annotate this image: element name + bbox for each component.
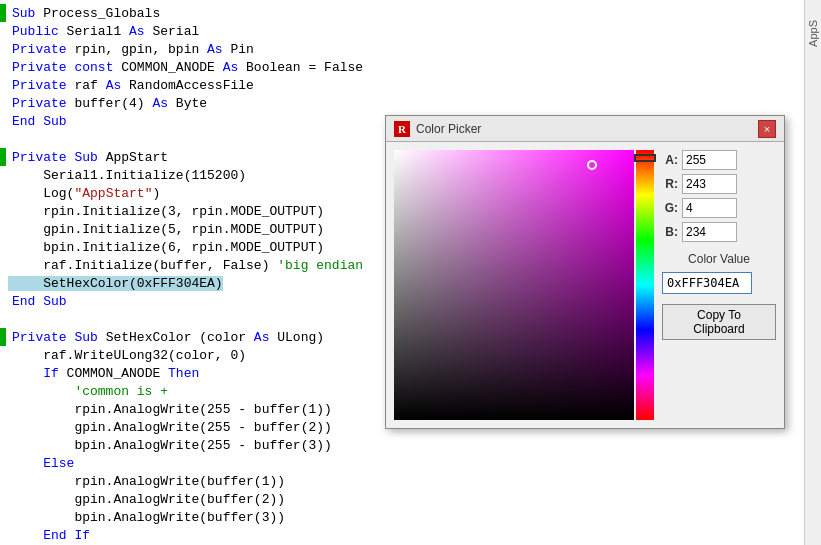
line-code[interactable]: Private rpin, gpin, bpin As Pin (8, 42, 254, 57)
b-row: B: (662, 222, 776, 242)
line-indicator (0, 220, 6, 238)
dialog-title: Color Picker (416, 122, 481, 136)
line-code[interactable]: Private buffer(4) As Byte (8, 96, 207, 111)
right-panel: AppS (804, 0, 821, 545)
r-label: R: (662, 177, 678, 191)
code-line: rpin.AnalogWrite(buffer(1)) (0, 472, 760, 490)
dialog-titlebar: R Color Picker × (386, 116, 784, 142)
g-label: G: (662, 201, 678, 215)
gradient-cursor (587, 160, 597, 170)
line-indicator (0, 112, 6, 130)
line-indicator (0, 40, 6, 58)
code-line: bpin.AnalogWrite(255 - buffer(3)) (0, 436, 760, 454)
line-indicator (0, 58, 6, 76)
line-code[interactable]: 'common is + (8, 384, 168, 399)
dialog-title-left: R Color Picker (394, 121, 481, 137)
line-code[interactable] (8, 132, 20, 147)
gradient-main (394, 150, 634, 420)
b-input[interactable] (682, 222, 737, 242)
line-code[interactable]: rpin.Initialize(3, rpin.MODE_OUTPUT) (8, 204, 324, 219)
copy-to-clipboard-button[interactable]: Copy To Clipboard (662, 304, 776, 340)
line-indicator (0, 274, 6, 292)
line-code[interactable]: Log("AppStart") (8, 186, 160, 201)
line-indicator (0, 148, 6, 166)
code-line: End If (0, 526, 760, 544)
line-code[interactable]: SetHexColor(0xFFF304EA) (8, 276, 223, 291)
line-code[interactable]: rpin.AnalogWrite(255 - buffer(1)) (8, 402, 332, 417)
hue-thumb (634, 154, 656, 162)
line-indicator (0, 238, 6, 256)
editor-area: Sub Process_GlobalsPublic Serial1 As Ser… (0, 0, 821, 545)
line-indicator (0, 490, 6, 508)
dialog-body: A: R: G: B: Color Value Copy To Clipbo (386, 142, 784, 428)
line-code[interactable]: raf.WriteULong32(color, 0) (8, 348, 246, 363)
color-value-label: Color Value (662, 252, 776, 266)
line-indicator (0, 400, 6, 418)
line-indicator (0, 418, 6, 436)
code-line: gpin.AnalogWrite(buffer(2)) (0, 490, 760, 508)
code-line: Private raf As RandomAccessFile (0, 76, 760, 94)
a-label: A: (662, 153, 678, 167)
line-code[interactable]: bpin.Initialize(6, rpin.MODE_OUTPUT) (8, 240, 324, 255)
line-code[interactable]: Private raf As RandomAccessFile (8, 78, 254, 93)
line-code[interactable]: bpin.AnalogWrite(buffer(3)) (8, 510, 285, 525)
gradient-canvas[interactable] (394, 150, 634, 420)
line-indicator (0, 22, 6, 40)
b-label: B: (662, 225, 678, 239)
r-row: R: (662, 174, 776, 194)
close-button[interactable]: × (758, 120, 776, 138)
line-code[interactable]: bpin.AnalogWrite(255 - buffer(3)) (8, 438, 332, 453)
line-code[interactable]: End Sub (8, 114, 67, 129)
line-code[interactable]: If COMMON_ANODE Then (8, 366, 199, 381)
code-line: Private const COMMON_ANODE As Boolean = … (0, 58, 760, 76)
line-indicator (0, 184, 6, 202)
r-input[interactable] (682, 174, 737, 194)
line-indicator (0, 166, 6, 184)
line-indicator (0, 454, 6, 472)
line-indicator (0, 436, 6, 454)
hex-value-input[interactable] (662, 272, 752, 294)
line-indicator (0, 346, 6, 364)
hue-slider[interactable] (636, 150, 654, 420)
line-indicator (0, 94, 6, 112)
color-picker-dialog: R Color Picker × A: (385, 115, 785, 429)
line-indicator (0, 526, 6, 544)
line-code[interactable]: End Sub (8, 294, 67, 309)
code-line: bpin.AnalogWrite(buffer(3)) (0, 508, 760, 526)
line-code[interactable]: rpin.AnalogWrite(buffer(1)) (8, 474, 285, 489)
line-indicator (0, 472, 6, 490)
a-row: A: (662, 150, 776, 170)
line-code[interactable]: Sub Process_Globals (8, 6, 160, 21)
code-line: Else (0, 454, 760, 472)
line-code[interactable]: gpin.AnalogWrite(255 - buffer(2)) (8, 420, 332, 435)
r-icon: R (394, 121, 410, 137)
line-indicator (0, 76, 6, 94)
code-line: Private buffer(4) As Byte (0, 94, 760, 112)
line-indicator (0, 292, 6, 310)
line-indicator (0, 310, 6, 328)
line-indicator (0, 4, 6, 22)
rgba-panel: A: R: G: B: Color Value Copy To Clipbo (662, 150, 776, 420)
a-input[interactable] (682, 150, 737, 170)
app-start-label: AppS (807, 20, 819, 47)
line-indicator (0, 364, 6, 382)
line-indicator (0, 382, 6, 400)
line-indicator (0, 256, 6, 274)
line-code[interactable]: End If (8, 528, 90, 543)
line-code[interactable]: Private const COMMON_ANODE As Boolean = … (8, 60, 363, 75)
line-indicator (0, 508, 6, 526)
line-code[interactable]: Serial1.Initialize(115200) (8, 168, 246, 183)
gradient-box[interactable] (394, 150, 654, 420)
line-code[interactable]: Private Sub SetHexColor (color As ULong) (8, 330, 324, 345)
g-row: G: (662, 198, 776, 218)
line-code[interactable] (8, 312, 20, 327)
line-code[interactable]: raf.Initialize(buffer, False) 'big endia… (8, 258, 363, 273)
line-code[interactable]: gpin.Initialize(5, rpin.MODE_OUTPUT) (8, 222, 324, 237)
g-input[interactable] (682, 198, 737, 218)
line-code[interactable]: Private Sub AppStart (8, 150, 168, 165)
line-code[interactable]: Else (8, 456, 74, 471)
line-code[interactable]: Public Serial1 As Serial (8, 24, 199, 39)
line-code[interactable]: gpin.AnalogWrite(buffer(2)) (8, 492, 285, 507)
line-indicator (0, 130, 6, 148)
line-indicator (0, 202, 6, 220)
